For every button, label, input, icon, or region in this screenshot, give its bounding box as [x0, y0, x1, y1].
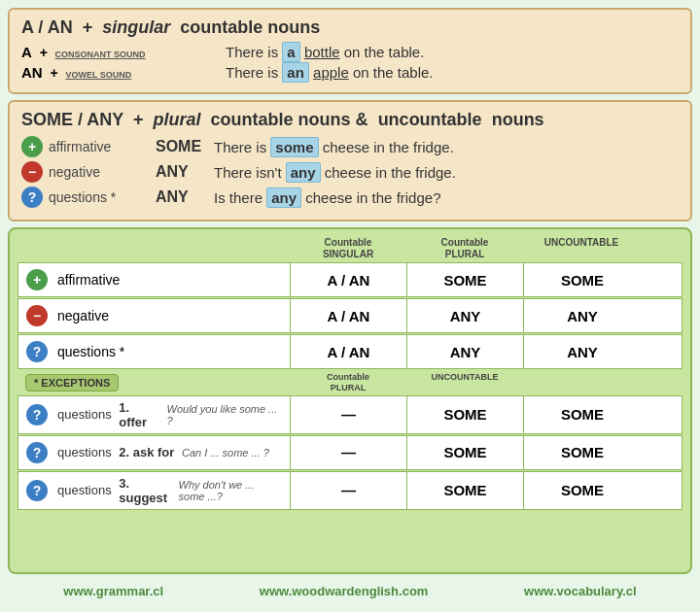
some-any-example: There is some cheese in the fridge. [214, 139, 679, 155]
some-any-type: negative [49, 164, 156, 180]
table-row: ? questions * A / AN ANY ANY [18, 334, 682, 369]
table-badge: ? [26, 341, 48, 362]
some-any-title: SOME / ANY + plural countable nouns & un… [21, 110, 679, 130]
uncountable-label: uncountable [378, 110, 482, 129]
exceptions-badge: * EXCEPTIONS [25, 374, 119, 391]
exception-cell-singular: — [291, 436, 407, 469]
section-a-an: A / AN + singular countable nouns A + CO… [8, 8, 692, 94]
highlight: any [286, 162, 321, 183]
exception-cell-label: ? questions 3. suggest Why don't we ... … [18, 472, 291, 509]
exception-cell-plural: SOME [407, 472, 524, 509]
rule-an-row: AN + VOWEL SOUND There is an apple on th… [21, 64, 679, 81]
exception-cell-singular: — [291, 472, 407, 509]
table-row: − negative A / AN ANY ANY [18, 298, 682, 333]
some-any-word: SOME [156, 138, 214, 155]
plural-label: plural [154, 110, 201, 129]
table-header: Countable SINGULAR Countable PLURAL UNCO… [18, 237, 682, 260]
table-header-empty [18, 237, 290, 260]
vowel-sound: VOWEL SOUND [65, 70, 131, 80]
exceptions-row: * EXCEPTIONS Countable PLURAL UNCOUNTABL… [18, 372, 682, 393]
exception-cell-label: ? questions 1. offer Would you like some… [18, 396, 291, 433]
some-any-word: ANY [156, 188, 214, 206]
apple-word: apple [313, 64, 349, 81]
rule-an-label: AN + VOWEL SOUND [21, 64, 226, 81]
exception-cell-uncountable: SOME [524, 472, 641, 509]
table-badge: − [26, 305, 48, 326]
exception-cell-uncountable: SOME [524, 396, 641, 433]
some-any-label: SOME / ANY [21, 110, 123, 129]
countable-nouns-label: countable nouns [180, 17, 320, 37]
footer-link2[interactable]: www.woodwardenglish.com [260, 584, 429, 598]
highlight: some [270, 137, 318, 157]
some-any-row: + affirmative SOME There is some cheese … [21, 136, 679, 157]
table-cell-uncountable: ANY [524, 299, 641, 332]
table-cell-singular: A / AN [291, 299, 407, 332]
exception-sublabel: 1. offer [119, 400, 162, 429]
exception-cell-singular: — [291, 396, 407, 433]
section-table: Countable SINGULAR Countable PLURAL UNCO… [8, 227, 692, 574]
table-header-uncountable: UNCOUNTABLE [523, 237, 640, 260]
table-row-label: negative [57, 308, 109, 323]
highlight: any [266, 187, 301, 208]
some-any-rows: + affirmative SOME There is some cheese … [21, 136, 679, 208]
th-countable-singular-line1: Countable [325, 237, 372, 248]
exception-example: Can I ... some ... ? [182, 447, 269, 459]
some-any-badge: + [21, 136, 43, 157]
some-any-example: Is there any cheese in the fridge? [214, 189, 679, 206]
exception-type: questions [57, 445, 115, 459]
exc-col3-line2: PLURAL [331, 383, 367, 392]
rule-a-before: There is [226, 44, 282, 60]
th-countable-plural-line2: PLURAL [445, 249, 485, 259]
exception-type: questions [57, 407, 115, 422]
table-exception-row: ? questions 2. ask for Can I ... some ..… [18, 435, 682, 470]
table-cell-plural: ANY [407, 299, 524, 332]
table-row: + affirmative A / AN SOME SOME [18, 262, 682, 297]
table-cell-uncountable: ANY [524, 335, 641, 368]
article-a-highlight: a [282, 42, 299, 62]
table-cell-uncountable: SOME [524, 263, 641, 296]
table-exception-rows: ? questions 1. offer Would you like some… [18, 395, 682, 510]
exceptions-col4-header: UNCOUNTABLE [406, 372, 523, 393]
exceptions-col3-header: Countable PLURAL [290, 372, 406, 393]
section-some-any: SOME / ANY + plural countable nouns & un… [8, 100, 692, 221]
table-cell-plural: ANY [407, 335, 524, 368]
a-an-plus: + [83, 17, 93, 37]
nouns-label: nouns [492, 110, 544, 129]
article-a: A [21, 44, 32, 60]
footer-link3[interactable]: www.vocabulary.cl [524, 584, 637, 598]
table-exception-row: ? questions 1. offer Would you like some… [18, 395, 682, 434]
exception-example: Why don't we ... some ...? [179, 479, 282, 502]
rule-a-after: on the table. [340, 44, 425, 60]
article-an: AN [21, 64, 43, 81]
a-an-label: A / AN [21, 17, 73, 37]
footer-link1[interactable]: www.grammar.cl [63, 584, 163, 598]
rule-an-before: There is [226, 64, 282, 81]
some-any-badge: ? [21, 187, 43, 208]
exceptions-label-cell: * EXCEPTIONS [18, 372, 290, 393]
article-an-highlight: an [282, 62, 309, 83]
rule-a-label: A + CONSONANT SOUND [21, 44, 226, 60]
table-cell-label: ? questions * [18, 335, 291, 368]
table-row-label: affirmative [57, 272, 120, 288]
th-countable-singular-line2: SINGULAR [323, 249, 373, 259]
exception-badge: ? [26, 404, 48, 425]
exc-col4: UNCOUNTABLE [432, 372, 499, 382]
exception-sublabel: 2. ask for [119, 445, 178, 459]
table-header-plural: Countable PLURAL [406, 237, 523, 260]
some-any-plus: + [133, 110, 144, 129]
table-cell-plural: SOME [407, 263, 524, 296]
rule-an-plus: + [50, 65, 57, 81]
some-any-example: There isn't any cheese in the fridge. [214, 164, 679, 181]
exception-badge: ? [26, 442, 48, 463]
exception-badge: ? [26, 480, 48, 501]
rule-a-row: A + CONSONANT SOUND There is a bottle on… [21, 44, 679, 60]
th-uncountable: UNCOUNTABLE [544, 237, 618, 248]
rule-an-after: on the table. [349, 64, 434, 81]
some-any-badge: − [21, 161, 43, 183]
exception-type: questions [57, 483, 115, 497]
countable-rest: countable nouns & [211, 110, 368, 129]
exception-cell-plural: SOME [407, 436, 524, 469]
some-any-type: affirmative [49, 139, 156, 154]
table-cell-singular: A / AN [291, 335, 407, 368]
rule-a-example: There is a bottle on the table. [226, 44, 424, 60]
